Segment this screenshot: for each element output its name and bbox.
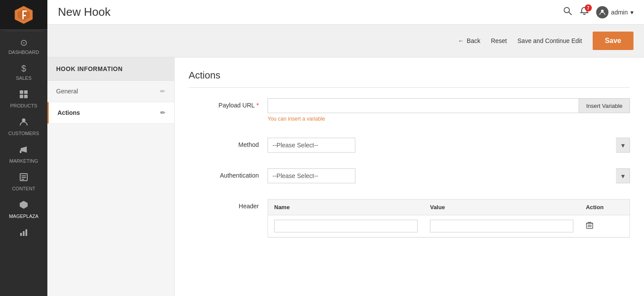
sidebar-item-mageplaza[interactable]: MAGEPLAZA [0, 195, 47, 222]
actions-section-title: Actions [189, 70, 630, 88]
sidebar-item-label: MARKETING [9, 158, 38, 164]
sidebar-logo [0, 0, 47, 30]
header-col-action: Action [580, 200, 630, 215]
header-col-name: Name [268, 200, 424, 215]
sidebar: ⊙ DASHBOARD $ SALES PRODUCTS CUSTOMERS [0, 0, 47, 296]
admin-label: admin [611, 9, 628, 16]
insert-variable-button[interactable]: Insert Variable [579, 98, 630, 113]
sidebar-item-dashboard[interactable]: ⊙ DASHBOARD [0, 32, 47, 58]
sidebar-item-label: MAGEPLAZA [9, 214, 38, 219]
authentication-row: Authentication --Please Select-- ▾ [189, 165, 630, 183]
sidebar-item-reports[interactable] [0, 222, 47, 243]
header-table-row [268, 215, 630, 237]
mageplaza-icon [19, 200, 29, 212]
left-panel: HOOK INFORMATION General ✏ Actions ✏ [47, 57, 175, 296]
authentication-select[interactable]: --Please Select-- [268, 168, 355, 183]
sidebar-item-customers[interactable]: CUSTOMERS [0, 112, 47, 139]
sidebar-item-sales[interactable]: $ SALES [0, 58, 47, 84]
chevron-down-icon: ▾ [630, 9, 633, 16]
svg-point-9 [22, 118, 25, 122]
notification-button[interactable]: 7 [580, 6, 589, 18]
sidebar-item-label: SALES [16, 75, 31, 81]
payload-url-hint: You can insert a variable [268, 116, 630, 122]
sidebar-item-content[interactable]: CONTENT [0, 167, 47, 195]
main-content: New Hook 7 [47, 0, 644, 296]
edit-icon-general: ✏ [160, 88, 165, 95]
reset-label: Reset [491, 37, 507, 44]
method-select[interactable]: --Please Select-- [268, 138, 355, 153]
payload-url-input-group: Insert Variable [268, 98, 630, 113]
header-table-wrapper: Name Value Action [268, 199, 630, 238]
hook-information-header: HOOK INFORMATION [47, 57, 174, 81]
svg-rect-10 [20, 150, 21, 153]
authentication-control: --Please Select-- ▾ [268, 168, 630, 183]
content-icon [19, 172, 29, 184]
method-control: --Please Select-- ▾ [268, 138, 630, 153]
sidebar-divider-top [5, 31, 43, 31]
save-button[interactable]: Save [593, 32, 633, 50]
header-label: Header [189, 199, 268, 210]
method-select-wrapper: --Please Select-- ▾ [268, 138, 630, 153]
payload-url-label: Payload URL* [189, 98, 268, 109]
method-row: Method --Please Select-- ▾ [189, 134, 630, 153]
reports-icon [19, 228, 29, 239]
header-name-input[interactable] [274, 220, 418, 232]
general-nav-label: General [56, 88, 78, 95]
panel-nav-item-actions[interactable]: Actions ✏ [47, 102, 174, 124]
svg-point-18 [564, 7, 569, 13]
payload-url-control: Insert Variable You can insert a variabl… [268, 98, 630, 122]
svg-rect-16 [23, 231, 25, 236]
method-label: Method [189, 138, 268, 148]
products-icon [19, 89, 29, 101]
header-col-value: Value [424, 200, 580, 215]
action-bar: ← Back Reset Save and Continue Edit Save [47, 25, 644, 57]
svg-rect-15 [20, 233, 22, 236]
sidebar-item-label: CONTENT [12, 186, 35, 191]
payload-url-input[interactable] [268, 98, 579, 113]
header-name-cell [268, 215, 424, 237]
edit-icon-actions: ✏ [160, 109, 165, 116]
dashboard-icon: ⊙ [20, 37, 28, 48]
reset-button[interactable]: Reset [491, 37, 507, 44]
right-panel: Actions Payload URL* Insert Variable You… [175, 57, 644, 296]
header-table: Name Value Action [268, 200, 630, 237]
header-row: Header Name Value Action [189, 196, 630, 238]
delete-header-row-button[interactable] [586, 221, 594, 231]
save-continue-button[interactable]: Save and Continue Edit [518, 37, 582, 44]
sales-icon: $ [21, 64, 26, 74]
header-action-cell [580, 215, 630, 237]
content-area: HOOK INFORMATION General ✏ Actions ✏ Act… [47, 57, 644, 296]
svg-rect-6 [24, 90, 28, 94]
svg-point-20 [601, 10, 604, 12]
header-value-input[interactable] [430, 220, 573, 232]
header-right: 7 admin ▾ [563, 6, 633, 18]
panel-nav-item-general[interactable]: General ✏ [47, 81, 174, 102]
search-button[interactable] [563, 6, 572, 18]
authentication-select-wrapper: --Please Select-- ▾ [268, 168, 630, 183]
marketing-icon [19, 145, 29, 157]
sidebar-item-label: CUSTOMERS [8, 131, 39, 136]
header-value-cell [424, 215, 580, 237]
customers-icon [19, 117, 29, 129]
svg-rect-4 [22, 15, 26, 16]
notification-badge: 7 [585, 4, 592, 11]
back-label: Back [467, 37, 480, 44]
sidebar-item-marketing[interactable]: MARKETING [0, 139, 47, 167]
sidebar-item-label: DASHBOARD [8, 50, 39, 55]
svg-rect-13 [21, 177, 26, 178]
svg-rect-12 [21, 175, 26, 176]
method-select-arrow: ▾ [616, 138, 630, 153]
svg-line-19 [569, 12, 572, 15]
page-title: New Hook [58, 5, 111, 19]
sidebar-item-products[interactable]: PRODUCTS [0, 84, 47, 112]
required-star: * [257, 102, 259, 109]
back-arrow-icon: ← [458, 37, 464, 44]
payload-url-row: Payload URL* Insert Variable You can ins… [189, 95, 630, 122]
svg-rect-3 [22, 11, 27, 12]
back-button[interactable]: ← Back [458, 37, 480, 44]
svg-rect-5 [20, 90, 23, 94]
admin-menu-button[interactable]: admin ▾ [596, 6, 633, 18]
authentication-label: Authentication [189, 168, 268, 179]
actions-nav-label: Actions [57, 109, 80, 116]
avatar [596, 6, 608, 18]
